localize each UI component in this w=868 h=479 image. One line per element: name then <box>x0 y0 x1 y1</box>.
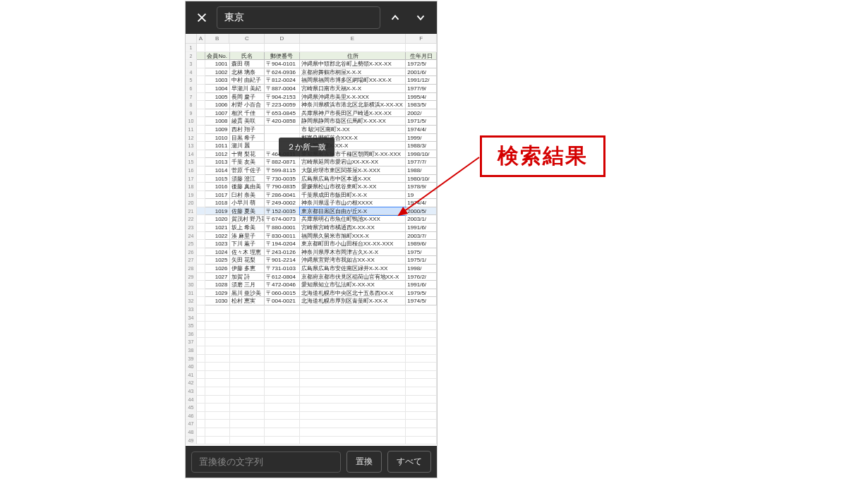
cell[interactable]: 〒249-0002 <box>265 199 300 207</box>
cell[interactable]: 1019 <box>205 207 230 216</box>
row-number[interactable]: 37 <box>186 338 197 346</box>
cell[interactable]: 沖縄県宜野湾市我如古XX-XX <box>300 256 406 265</box>
cell[interactable]: 1013 <box>205 158 230 166</box>
cell[interactable] <box>230 314 265 322</box>
cell[interactable] <box>230 379 265 387</box>
cell[interactable]: 賀茂村 野乃花 <box>230 215 265 224</box>
cell[interactable]: 1991/6/ <box>406 281 437 289</box>
cell[interactable] <box>300 379 406 387</box>
cell[interactable]: 〒653-0845 <box>265 109 300 118</box>
cell[interactable]: 神奈川県横浜市港北区北新横浜X-XX-XX <box>300 101 406 109</box>
cell[interactable]: 1001 <box>205 60 230 68</box>
cell[interactable] <box>197 150 205 159</box>
replace-input[interactable] <box>191 451 341 473</box>
close-search-button[interactable] <box>191 7 212 28</box>
cell[interactable] <box>205 387 230 396</box>
cell[interactable] <box>205 437 230 445</box>
row-number[interactable]: 35 <box>186 322 197 330</box>
row-number[interactable]: 2 <box>186 52 197 61</box>
cell[interactable] <box>300 330 406 339</box>
cell[interactable]: 〒599-8115 <box>265 166 300 175</box>
cell[interactable] <box>197 437 205 445</box>
cell[interactable] <box>197 60 205 68</box>
cell[interactable] <box>265 404 300 412</box>
cell[interactable]: 後藤 真由美 <box>230 183 265 191</box>
cell[interactable]: 京都府京都市伏見区稲荷山官有地XX-X <box>300 273 406 281</box>
cell[interactable] <box>197 371 205 380</box>
cell[interactable]: 〒004-0021 <box>265 297 300 305</box>
cell[interactable] <box>406 371 437 380</box>
cell[interactable]: 佐藤 夏美 <box>230 207 265 216</box>
cell[interactable]: 氏名 <box>230 52 265 61</box>
cell[interactable] <box>300 363 406 371</box>
cell[interactable] <box>300 420 406 428</box>
cell[interactable]: 須磨 三月 <box>230 281 265 289</box>
cell[interactable]: 愛媛県松山市祝谷東町X-X-XX <box>300 183 406 191</box>
cell[interactable] <box>205 404 230 412</box>
cell[interactable]: 〒624-0936 <box>265 68 300 77</box>
cell[interactable] <box>205 338 230 346</box>
cell[interactable] <box>406 44 437 52</box>
row-number[interactable]: 28 <box>186 265 197 273</box>
cell[interactable] <box>406 412 437 420</box>
cell[interactable] <box>406 338 437 346</box>
cell[interactable] <box>230 396 265 404</box>
cell[interactable]: 相沢 千佳 <box>230 109 265 118</box>
cell[interactable] <box>406 346 437 355</box>
find-next-button[interactable] <box>410 7 431 28</box>
cell[interactable]: 1991/12/ <box>406 76 437 85</box>
row-number[interactable]: 7 <box>186 93 197 102</box>
cell[interactable] <box>205 314 230 322</box>
cell[interactable]: 東京都町田市小山田桜台XX-XX-XXX <box>300 240 406 248</box>
row-number[interactable]: 40 <box>186 363 197 371</box>
cell[interactable] <box>300 346 406 355</box>
cell[interactable] <box>197 273 205 281</box>
cell[interactable] <box>197 68 205 77</box>
cell[interactable] <box>197 166 205 175</box>
cell[interactable] <box>265 387 300 396</box>
cell[interactable] <box>265 437 300 445</box>
cell[interactable]: 宮崎県延岡市愛宕山XX-XX-XX <box>300 158 406 166</box>
cell[interactable]: 市 駿河区南町X-XX <box>300 126 406 134</box>
cell[interactable]: 19 <box>406 191 437 200</box>
cell[interactable]: 1976/2/ <box>406 273 437 281</box>
cell[interactable]: 2003/1/ <box>406 215 437 224</box>
cell[interactable] <box>265 428 300 437</box>
cell[interactable] <box>197 396 205 404</box>
cell[interactable] <box>300 338 406 346</box>
cell[interactable]: 1023 <box>205 240 230 248</box>
cell[interactable] <box>197 420 205 428</box>
cell[interactable]: 下川 薫子 <box>230 240 265 248</box>
cell[interactable]: 生年月日 <box>406 52 437 61</box>
row-number[interactable]: 26 <box>186 248 197 257</box>
row-number[interactable]: 5 <box>186 76 197 85</box>
row-number[interactable]: 43 <box>186 387 197 396</box>
cell[interactable]: 綾貫 美咲 <box>230 117 265 126</box>
cell[interactable] <box>197 281 205 289</box>
cell[interactable]: 菅原 千佐子 <box>230 166 265 175</box>
cell[interactable] <box>197 404 205 412</box>
row-number[interactable]: 18 <box>186 183 197 191</box>
row-number[interactable]: 47 <box>186 420 197 428</box>
cell[interactable]: 1975/1/ <box>406 256 437 265</box>
cell[interactable] <box>197 191 205 200</box>
cell[interactable]: 1011 <box>205 142 230 150</box>
cell[interactable]: 〒904-2153 <box>265 93 300 102</box>
cell[interactable] <box>265 379 300 387</box>
cell[interactable] <box>197 428 205 437</box>
cell[interactable] <box>205 420 230 428</box>
cell[interactable] <box>230 338 265 346</box>
cell[interactable] <box>197 76 205 85</box>
cell[interactable] <box>300 387 406 396</box>
cell[interactable] <box>406 355 437 363</box>
cell[interactable] <box>197 379 205 387</box>
cell[interactable] <box>406 314 437 322</box>
cell[interactable]: 1015 <box>205 175 230 183</box>
row-number[interactable]: 3 <box>186 60 197 68</box>
cell[interactable]: 1975/ <box>406 248 437 257</box>
cell[interactable]: 〒901-2214 <box>265 256 300 265</box>
cell[interactable]: 1008 <box>205 117 230 126</box>
cell[interactable]: 黒川 亜沙美 <box>230 289 265 298</box>
cell[interactable]: 加賀 詩 <box>230 273 265 281</box>
cell[interactable]: 1005 <box>205 93 230 102</box>
